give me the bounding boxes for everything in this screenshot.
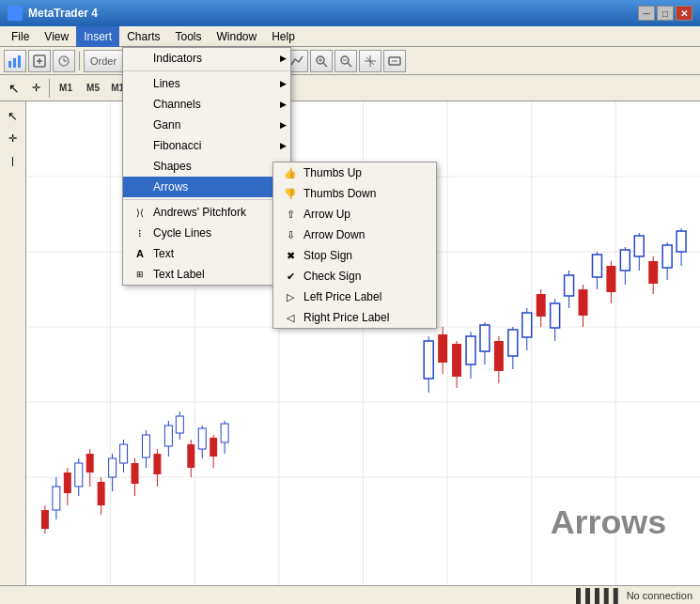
menu-insert[interactable]: Insert	[76, 26, 119, 47]
toolbar-btn8[interactable]	[359, 50, 381, 72]
left-toolbar: ↖ ✛ |	[0, 101, 26, 585]
tf-sep	[49, 79, 50, 98]
status-bar: ▌▌▌▌▌ No connection	[0, 585, 700, 604]
menu-window[interactable]: Window	[210, 26, 265, 47]
svg-rect-98	[592, 255, 601, 277]
submenu-arrowup[interactable]: ⇧ Arrow Up	[273, 204, 436, 225]
zoom-in-btn[interactable]	[310, 50, 333, 72]
menu-channels[interactable]: Channels	[123, 94, 290, 115]
title-bar-controls: ─ □ ✕	[638, 6, 692, 21]
submenu-thumbsup[interactable]: 👍 Thumbs Up	[273, 163, 436, 183]
minimize-button[interactable]: ─	[638, 6, 655, 21]
crosshair-tool[interactable]: ✛	[25, 78, 46, 99]
menu-cyclelines[interactable]: ⫶ Cycle Lines	[123, 223, 290, 243]
cursor-tool[interactable]: ↖	[4, 78, 24, 99]
menu-pitchfork[interactable]: ⟩⟨ Andrews' Pitchfork	[123, 202, 290, 223]
svg-rect-72	[221, 424, 228, 442]
stopsign-icon: ✖	[281, 250, 300, 262]
rightprice-icon: ◁	[281, 312, 300, 324]
submenu-rightprice[interactable]: ◁ Right Price Label	[273, 307, 436, 328]
app-icon	[8, 6, 23, 21]
menu-lines[interactable]: Lines	[123, 73, 290, 94]
menu-tools[interactable]: Tools	[168, 26, 210, 47]
connection-status: No connection	[627, 590, 692, 601]
svg-rect-82	[480, 325, 490, 351]
menu-shapes[interactable]: Shapes	[123, 156, 290, 177]
svg-rect-52	[109, 458, 117, 477]
pitchfork-icon: ⟩⟨	[131, 208, 149, 218]
svg-rect-58	[142, 435, 149, 457]
zoom-out-btn[interactable]	[334, 50, 357, 72]
svg-rect-64	[176, 416, 183, 433]
svg-rect-68	[198, 428, 206, 449]
toolbar-btn9[interactable]	[383, 50, 406, 72]
svg-rect-60	[153, 454, 161, 474]
menu-arrows[interactable]: Arrows	[123, 177, 290, 197]
svg-rect-50	[98, 482, 105, 505]
cyclelines-icon: ⫶	[131, 227, 149, 239]
tf-m5[interactable]: M5	[80, 78, 106, 99]
vertical-line-btn[interactable]: |	[3, 150, 23, 171]
leftprice-icon: ▷	[281, 291, 300, 303]
svg-rect-80	[466, 336, 475, 364]
checksign-icon: ✔	[281, 271, 300, 283]
svg-rect-92	[551, 303, 560, 328]
thumbsdown-icon: 👎	[281, 188, 300, 200]
svg-line-20	[348, 63, 351, 67]
close-button[interactable]: ✕	[676, 6, 692, 21]
menu-view[interactable]: View	[37, 26, 76, 47]
text-menu-icon: A	[131, 248, 149, 259]
menu-help[interactable]: Help	[264, 26, 303, 47]
submenu-leftprice[interactable]: ▷ Left Price Label	[273, 287, 436, 307]
toolbar-main: Order $ Expert Advisors	[0, 47, 700, 75]
svg-rect-44	[64, 472, 71, 493]
svg-rect-96	[579, 289, 588, 316]
toolbar-btn3[interactable]	[53, 50, 75, 72]
svg-rect-102	[620, 250, 630, 271]
svg-rect-94	[565, 275, 574, 296]
svg-rect-76	[438, 334, 447, 363]
title-bar: MetaTrader 4 ─ □ ✕	[0, 0, 700, 26]
arrowdown-icon: ⇩	[281, 229, 300, 241]
thumbsup-icon: 👍	[281, 167, 300, 179]
svg-rect-70	[210, 438, 217, 457]
title-bar-left: MetaTrader 4	[8, 6, 98, 21]
svg-rect-56	[132, 463, 139, 484]
toolbar-sep1	[79, 52, 80, 70]
toolbar-btn2[interactable]	[28, 50, 51, 72]
svg-rect-104	[634, 236, 644, 256]
submenu-arrowdown[interactable]: ⇩ Arrow Down	[273, 225, 436, 245]
svg-rect-108	[662, 245, 672, 268]
menu-file[interactable]: File	[4, 26, 37, 47]
menu-sep2	[123, 199, 290, 200]
svg-rect-66	[187, 444, 194, 468]
svg-rect-0	[8, 61, 11, 68]
svg-line-16	[323, 63, 327, 67]
svg-rect-40	[41, 510, 49, 529]
menu-fibonacci[interactable]: Fibonacci	[123, 135, 290, 156]
menu-indicators[interactable]: Indicators	[123, 48, 290, 69]
svg-rect-54	[120, 444, 128, 463]
svg-rect-62	[164, 426, 172, 446]
menu-sep1	[123, 70, 290, 71]
menu-charts[interactable]: Charts	[119, 26, 167, 47]
menu-text[interactable]: A Text	[123, 243, 290, 264]
submenu-thumbsdown[interactable]: 👎 Thumbs Down	[273, 183, 436, 204]
cursor-left-btn[interactable]: ↖	[3, 105, 23, 126]
menu-textlabel[interactable]: ⊞ Text Label	[123, 264, 290, 285]
maximize-button[interactable]: □	[657, 6, 674, 21]
svg-rect-88	[522, 313, 532, 337]
submenu-checksign[interactable]: ✔ Check Sign	[273, 266, 436, 287]
submenu-stopsign[interactable]: ✖ Stop Sign	[273, 245, 436, 266]
insert-menu-dropdown: Indicators Lines Channels Gann Fibonacci…	[122, 47, 291, 286]
tf-m1[interactable]: M1	[53, 78, 79, 99]
svg-rect-86	[508, 330, 518, 356]
crosshair-left-btn[interactable]: ✛	[3, 128, 23, 148]
svg-text:Arrows: Arrows	[551, 503, 666, 541]
menu-gann[interactable]: Gann	[123, 115, 290, 135]
new-chart-btn[interactable]	[4, 50, 26, 72]
svg-rect-110	[677, 231, 686, 252]
toolbar-btn4[interactable]: Order	[84, 50, 123, 72]
svg-rect-74	[424, 341, 433, 379]
title-text: MetaTrader 4	[28, 7, 98, 20]
